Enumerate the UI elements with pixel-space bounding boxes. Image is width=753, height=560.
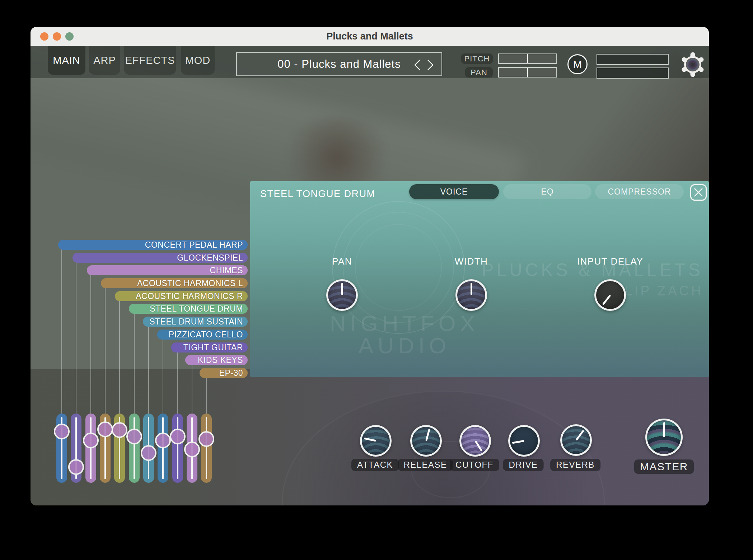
tab-main-label: MAIN [53, 55, 80, 66]
instrument-label-kids-keys[interactable]: KIDS KEYS [185, 355, 248, 365]
tab-arp-label: ARP [93, 55, 116, 66]
volume-fader-steel-tongue-drum[interactable] [129, 414, 140, 483]
fader-thumb[interactable] [112, 422, 127, 438]
settings-gear-icon[interactable] [679, 51, 706, 78]
drive-label: DRIVE [503, 459, 544, 471]
panel-tab-voice-label: VOICE [440, 187, 468, 197]
tab-mod-label: MOD [185, 55, 211, 66]
volume-fader-steel-drum-sustain[interactable] [143, 414, 154, 483]
fader-thumb[interactable] [97, 421, 113, 437]
plugin-ui: MAIN ARP EFFECTS MOD 00 - Plucks and Mal… [31, 46, 709, 505]
tab-effects[interactable]: EFFECTS [124, 46, 176, 75]
panel-tab-compressor[interactable]: COMPRESSOR [595, 184, 684, 199]
preset-prev-icon[interactable] [411, 57, 424, 73]
fader-thumb[interactable] [184, 442, 200, 457]
knob-pointer [602, 294, 611, 305]
level-meter-right [597, 67, 669, 79]
fader-thumb[interactable] [83, 433, 99, 448]
pan-knob[interactable] [326, 279, 358, 311]
cutoff-label: CUTOFF [450, 459, 499, 471]
fader-connector-line [119, 301, 120, 414]
panel-close-button[interactable] [690, 184, 707, 201]
plugin-window: Plucks and Mallets MAIN ARP EFFECTS MOD … [31, 27, 709, 505]
voice-editor-panel: NIGHTFOX AUDIO PLUCKS & MALLETS PHILIP Z… [250, 181, 709, 377]
fader-thumb[interactable] [170, 429, 186, 444]
titlebar: Plucks and Mallets [31, 27, 709, 46]
instrument-name: KIDS KEYS [198, 355, 243, 365]
fader-thumb[interactable] [126, 429, 142, 444]
instrument-label-pizzicato-cello[interactable]: PIZZICATO CELLO [157, 330, 248, 340]
reverb-knob[interactable] [560, 424, 592, 456]
release-knob[interactable] [410, 425, 442, 457]
fader-thumb[interactable] [141, 445, 156, 461]
instrument-name: STEEL DRUM SUSTAIN [149, 317, 243, 327]
volume-fader-chimes[interactable] [85, 414, 96, 483]
fader-connector-line [148, 326, 149, 414]
volume-fader-acoustic-harmonics-l[interactable] [100, 414, 111, 483]
panel-tab-eq[interactable]: EQ [503, 184, 591, 199]
cutoff-knob[interactable] [459, 425, 491, 457]
window-close-button[interactable] [40, 32, 48, 41]
fader-connector-line [105, 288, 106, 414]
pitch-slider-handle[interactable] [527, 54, 528, 63]
pitch-label: PITCH [461, 53, 493, 64]
pan-slider-handle[interactable] [527, 68, 528, 77]
fader-connector-line [192, 365, 192, 414]
panel-tab-voice[interactable]: VOICE [409, 184, 499, 199]
pan-slider[interactable] [498, 67, 557, 78]
watermark-brand-line2: AUDIO [311, 335, 498, 357]
fader-rail [134, 417, 135, 479]
master-label: MASTER [634, 459, 694, 474]
attack-knob[interactable] [360, 425, 392, 457]
instrument-name: CHIMES [210, 266, 243, 275]
knob-pointer [364, 437, 376, 442]
window-title: Plucks and Mallets [326, 31, 413, 42]
volume-fader-concert-pedal-harp[interactable] [56, 414, 67, 483]
instrument-label-ep-30[interactable]: EP-30 [200, 368, 248, 378]
knob-pointer [471, 283, 472, 295]
tab-mod[interactable]: MOD [181, 46, 215, 75]
instrument-label-glockenspiel[interactable]: GLOCKENSPIEL [73, 253, 248, 263]
window-minimize-button[interactable] [53, 32, 61, 41]
instrument-label-steel-drum-sustain[interactable]: STEEL DRUM SUSTAIN [143, 317, 248, 327]
volume-fader-acoustic-harmonics-r[interactable] [114, 414, 125, 483]
window-zoom-button[interactable] [65, 32, 74, 41]
instrument-label-concert-pedal-harp[interactable]: CONCERT PEDAL HARP [58, 240, 248, 250]
width-knob[interactable] [455, 279, 487, 311]
instrument-name: GLOCKENSPIEL [177, 253, 243, 263]
knob-pointer [425, 429, 430, 441]
tab-main[interactable]: MAIN [48, 46, 85, 75]
knob-pointer [663, 422, 665, 437]
instrument-label-steel-tongue-drum[interactable]: STEEL TONGUE DRUM [129, 304, 248, 314]
instrument-label-tight-guitar[interactable]: TIGHT GUITAR [171, 342, 248, 353]
volume-fader-pizzicato-cello[interactable] [158, 414, 168, 483]
panel-tab-compressor-label: COMPRESSOR [608, 187, 671, 197]
preset-selector[interactable]: 00 - Plucks and Mallets [236, 52, 442, 76]
instrument-label-acoustic-harmonics-r[interactable]: ACOUSTIC HARMONICS R [115, 291, 248, 301]
tab-arp[interactable]: ARP [89, 46, 120, 75]
instrument-name: CONCERT PEDAL HARP [145, 240, 243, 250]
knob-pointer [341, 283, 343, 295]
close-icon [693, 187, 704, 198]
master-knob[interactable] [645, 419, 683, 456]
knob-pointer [512, 440, 524, 444]
pitch-slider[interactable] [498, 53, 557, 64]
fader-thumb[interactable] [54, 424, 70, 439]
drive-knob[interactable] [508, 425, 540, 457]
input-delay-knob[interactable] [594, 279, 626, 311]
volume-fader-glockenspiel[interactable] [71, 414, 81, 483]
instrument-label-chimes[interactable]: CHIMES [87, 265, 248, 275]
preset-next-icon[interactable] [424, 57, 436, 73]
fader-thumb[interactable] [198, 431, 214, 447]
mono-button[interactable]: M [567, 54, 588, 74]
volume-fader-ep-30[interactable] [201, 414, 212, 483]
knob-pointer [474, 440, 482, 452]
fader-connector-line [61, 249, 62, 414]
volume-fader-kids-keys[interactable] [187, 414, 197, 483]
fader-thumb[interactable] [68, 459, 84, 475]
fader-thumb[interactable] [155, 433, 171, 448]
instrument-label-acoustic-harmonics-l[interactable]: ACOUSTIC HARMONICS L [101, 278, 248, 288]
width-knob-label: WIDTH [417, 256, 525, 267]
volume-fader-tight-guitar[interactable] [172, 414, 183, 483]
fader-connector-line [206, 378, 207, 414]
